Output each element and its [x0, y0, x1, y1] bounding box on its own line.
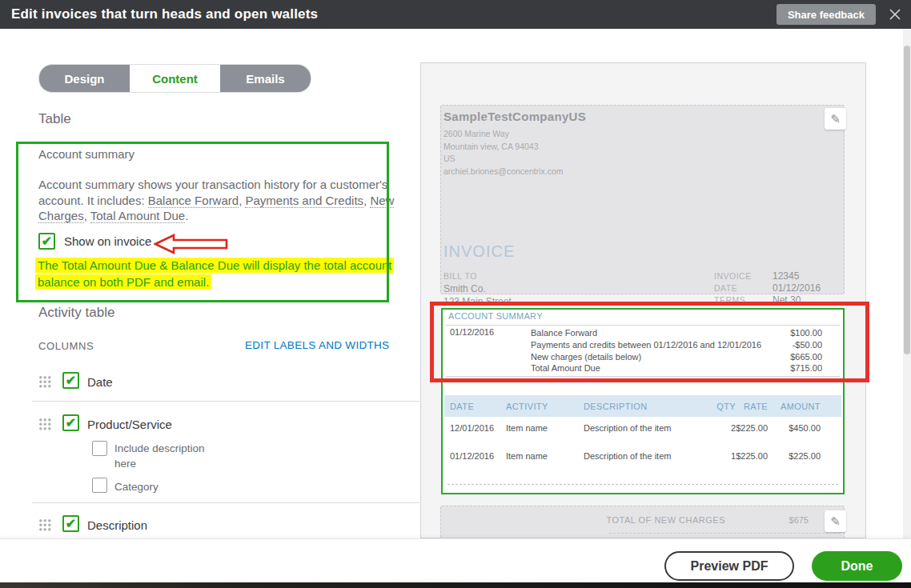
include-description-checkbox[interactable] — [92, 441, 107, 456]
company-name: SampleTestCompanyUS — [443, 110, 586, 123]
term-total-amount-due: Total Amount Due — [90, 209, 185, 223]
product-service-checkbox[interactable]: ✔ — [62, 414, 79, 431]
invoice-number-value: 12345 — [773, 270, 799, 282]
category-checkbox[interactable] — [92, 478, 107, 493]
close-button[interactable] — [885, 6, 904, 23]
drag-handle-icon[interactable] — [38, 418, 51, 430]
date-value: 01/12/2016 — [773, 282, 821, 294]
show-on-invoice-checkbox[interactable]: ✔ — [38, 233, 55, 250]
account-summary-description: Account summary shows your transaction h… — [38, 177, 395, 224]
account-summary-labels: Balance Forward Payments and credits bet… — [531, 327, 761, 374]
activity-row: 01/12/2016 Item name Description of the … — [444, 451, 841, 462]
edit-header-button[interactable]: ✎ — [825, 108, 846, 130]
taskbar-strip — [0, 582, 911, 588]
activity-table-header: DATE ACTIVITY DESCRIPTION QTY RATE AMOUN… — [444, 395, 841, 417]
account-summary-title: Account summary — [38, 147, 134, 161]
share-feedback-button[interactable]: Share feedback — [777, 4, 876, 25]
terms-label: TERMS — [714, 295, 745, 305]
tab-emails[interactable]: Emails — [220, 65, 311, 92]
divider — [446, 376, 840, 377]
description-checkbox[interactable]: ✔ — [62, 515, 79, 532]
drag-handle-icon[interactable] — [38, 518, 51, 531]
dialog-title: Edit invoices that turn heads and open w… — [11, 6, 318, 22]
bill-to-label: BILL TO — [443, 271, 477, 281]
pencil-icon: ✎ — [830, 112, 841, 126]
date-label: DATE — [714, 283, 737, 293]
divider — [609, 533, 841, 534]
account-summary-date: 01/12/2016 — [450, 327, 494, 337]
check-icon: ✔ — [66, 373, 76, 388]
company-address: 2600 Marine Way Mountain view, CA 94043 … — [443, 128, 564, 178]
divider — [32, 502, 419, 503]
annotation-red-arrow — [154, 234, 229, 258]
divider — [446, 325, 840, 326]
tab-bar: Design Content Emails — [38, 64, 311, 93]
total-new-charges-label: TOTAL OF NEW CHARGES — [606, 515, 725, 525]
show-on-invoice-label: Show on invoice — [64, 234, 151, 248]
product-service-column-label: Product/Service — [87, 418, 172, 431]
date-checkbox[interactable]: ✔ — [62, 372, 79, 389]
term-balance-forward: Balance Forward — [148, 194, 239, 208]
dialog-footer: Preview PDF Done — [0, 538, 911, 582]
scrollbar-track[interactable] — [903, 29, 911, 538]
preview-pdf-button[interactable]: Preview PDF — [664, 551, 794, 581]
company-header-block[interactable]: SampleTestCompanyUS 2600 Marine Way Moun… — [440, 105, 845, 294]
account-summary-amounts: $100.00 -$50.00 $665.00 $715.00 — [790, 327, 822, 374]
invoice-number-label: INVOICE — [714, 271, 752, 281]
date-column-label: Date — [87, 375, 113, 389]
done-button[interactable]: Done — [812, 551, 902, 581]
invoice-preview-panel: SampleTestCompanyUS 2600 Marine Way Moun… — [420, 62, 866, 538]
invoice-heading: INVOICE — [443, 242, 515, 261]
activity-table-title: Activity table — [38, 305, 114, 321]
divider — [32, 401, 419, 402]
total-new-charges-block[interactable]: TOTAL OF NEW CHARGES $675 — [440, 506, 845, 538]
term-payments-credits: Payments and Credits — [245, 194, 363, 208]
table-section-title: Table — [38, 111, 71, 127]
invoice-body-section[interactable]: ACCOUNT SUMMARY 01/12/2016 Balance Forwa… — [441, 308, 845, 494]
edit-invoices-dialog: Edit invoices that turn heads and open w… — [0, 0, 911, 588]
left-arrow-icon — [154, 234, 229, 254]
include-description-label: Include description here — [114, 441, 220, 471]
account-summary-heading: ACCOUNT SUMMARY — [448, 311, 543, 321]
divider — [447, 484, 838, 485]
check-icon: ✔ — [66, 516, 76, 531]
activity-row: 12/01/2016 Item name Description of the … — [444, 423, 841, 434]
highlight-note: The Total Amount Due & Balance Due will … — [35, 257, 399, 290]
edit-total-button[interactable]: ✎ — [825, 510, 846, 532]
scrollbar-thumb[interactable] — [904, 46, 910, 354]
pencil-icon: ✎ — [830, 514, 841, 529]
show-on-invoice-row: ✔ Show on invoice — [38, 233, 151, 250]
tab-design[interactable]: Design — [39, 65, 130, 92]
check-icon: ✔ — [66, 415, 76, 430]
total-new-charges-value: $675 — [789, 515, 809, 525]
edit-labels-widths-link[interactable]: EDIT LABELS AND WIDTHS — [245, 339, 389, 351]
category-label: Category — [114, 479, 159, 494]
columns-label: COLUMNS — [38, 340, 94, 352]
description-column-label: Description — [87, 518, 147, 532]
dialog-header: Edit invoices that turn heads and open w… — [0, 0, 911, 29]
check-icon: ✔ — [42, 234, 52, 249]
tab-content[interactable]: Content — [130, 65, 220, 92]
close-icon — [889, 8, 901, 21]
terms-value: Net 30 — [773, 294, 801, 306]
drag-handle-icon[interactable] — [38, 375, 51, 388]
